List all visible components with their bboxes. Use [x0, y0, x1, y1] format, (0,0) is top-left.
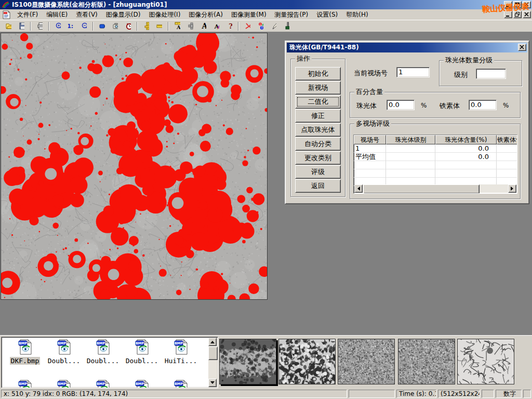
scroll-right-icon[interactable]	[508, 184, 516, 193]
menu-item-8[interactable]: 设置(S)	[312, 10, 342, 19]
minimize-button[interactable]	[504, 1, 512, 8]
operate-button-8[interactable]: 返回	[295, 179, 341, 193]
vscroll-thumb[interactable]	[208, 347, 218, 360]
file-item-Doubl---[interactable]: BMPDoubl...	[45, 339, 83, 365]
operate-button-6[interactable]: 更改类别	[295, 151, 341, 165]
file-item-HuiTi---[interactable]: BMPHuiTi...	[162, 339, 200, 365]
multi-field-table[interactable]: 视场号珠光体级别珠光体含量(%)铁素体含量(%) 10.0平均值0.0	[353, 135, 517, 194]
file-list-vscrollbar[interactable]	[208, 338, 217, 387]
help-icon[interactable]: ?	[223, 21, 236, 32]
file-item-clipped[interactable]: BMP	[84, 380, 122, 388]
table-column-header-3[interactable]: 铁素体含量(%)	[497, 135, 517, 144]
file-item-Doubl---[interactable]: BMPDoubl...	[84, 339, 122, 365]
zoom-in-icon[interactable]	[51, 21, 64, 32]
scroll-down-icon[interactable]	[208, 379, 217, 387]
zoom-out-icon[interactable]	[77, 21, 90, 32]
table-hscrollbar[interactable]	[354, 184, 516, 193]
percent-group-label: 百分含量	[354, 88, 384, 96]
operate-button-1[interactable]: 新视场	[295, 81, 341, 95]
file-name[interactable]: Doubl...	[47, 357, 82, 365]
menu-item-0[interactable]: 文件(F)	[13, 10, 42, 19]
table-row[interactable]: 10.0	[354, 144, 517, 153]
menu-item-7[interactable]: 测量报告(P)	[271, 10, 313, 19]
menu-item-1[interactable]: 编辑(E)	[42, 10, 72, 19]
open-icon[interactable]	[2, 21, 15, 32]
operate-button-2[interactable]: 二值化	[295, 95, 341, 109]
file-list[interactable]: BMPDKF.bmpBMPDoubl...BMPDoubl...BMPDoubl…	[1, 337, 218, 388]
curve-tool-icon[interactable]	[241, 21, 254, 32]
timer-icon[interactable]	[122, 21, 135, 32]
table-row[interactable]	[354, 169, 517, 178]
file-name[interactable]: Doubl...	[125, 357, 159, 365]
file-item-clipped[interactable]: BMP	[123, 380, 161, 388]
file-item-clipped[interactable]: BMP	[6, 380, 44, 388]
file-name[interactable]: Doubl...	[86, 357, 121, 365]
file-item-DKF-bmp[interactable]: BMPDKF.bmp	[6, 339, 44, 365]
operate-button-3[interactable]: 修正	[295, 109, 341, 123]
file-item-Doubl---[interactable]: BMPDoubl...	[123, 339, 161, 365]
scroll-left-icon[interactable]	[354, 184, 363, 193]
table-column-header-0[interactable]: 视场号	[354, 135, 386, 144]
microstructure-image[interactable]	[1, 33, 268, 300]
menu-item-9[interactable]: 帮助(H)	[342, 10, 372, 19]
operate-button-5[interactable]: 自动分类	[295, 137, 341, 151]
menu-item-2[interactable]: 查看(V)	[72, 10, 102, 19]
text-icon[interactable]: A	[197, 21, 210, 32]
dialog-title-bar[interactable]: 珠光体(GB/T9441-88)	[287, 43, 527, 52]
caliper-icon[interactable]	[140, 21, 153, 32]
thumbnail-3[interactable]	[338, 339, 395, 384]
maximize-button[interactable]	[513, 1, 522, 8]
edit-text-icon[interactable]: A	[210, 21, 223, 32]
scroll-up-icon[interactable]	[208, 338, 217, 346]
table-cell	[435, 169, 497, 178]
table-row[interactable]	[354, 161, 517, 169]
child-close-button[interactable]	[523, 11, 531, 18]
measure-text-icon[interactable]: A	[171, 21, 184, 32]
thumbnail-1[interactable]	[219, 339, 276, 384]
thumbnail-5[interactable]	[457, 339, 514, 384]
table-cell	[497, 161, 517, 169]
save-icon[interactable]	[15, 21, 28, 32]
classify-icon[interactable]: 123	[254, 21, 267, 32]
current-field-input[interactable]: 1	[396, 67, 430, 77]
table-row[interactable]: 平均值0.0	[354, 153, 517, 161]
thumbnail-2[interactable]	[278, 339, 336, 384]
file-name[interactable]: HuiTi...	[164, 357, 198, 365]
table-column-header-2[interactable]: 珠光体含量(%)	[435, 135, 497, 144]
menu-item-4[interactable]: 图像处理(I)	[144, 10, 184, 19]
menu-item-6[interactable]: 图像测量(M)	[227, 10, 271, 19]
menu-item-3[interactable]: 图像显示(D)	[102, 10, 145, 19]
close-button[interactable]	[523, 1, 531, 8]
level-input[interactable]	[476, 69, 506, 79]
operate-button-4[interactable]: 点取珠光体	[295, 123, 341, 137]
pen-icon[interactable]	[267, 21, 280, 32]
file-name[interactable]: DKF.bmp	[10, 357, 41, 365]
child-minimize-button[interactable]	[504, 11, 512, 18]
print-icon[interactable]	[33, 21, 46, 32]
dialog-close-icon[interactable]	[518, 44, 526, 51]
hscroll-thumb[interactable]	[363, 184, 480, 194]
toolbar: 1:1AAA?123	[0, 20, 532, 32]
dialog-title: 珠光体(GB/T9441-88)	[289, 43, 359, 52]
table-column-header-1[interactable]: 珠光体级别	[386, 135, 435, 144]
window-title: IS100显微摄像系统(金相分析版) - [zhuguangti01]	[12, 1, 167, 9]
camera-icon[interactable]	[109, 21, 122, 32]
file-item-clipped[interactable]: BMP	[162, 380, 200, 388]
operate-button-0[interactable]: 初始化	[295, 67, 341, 81]
grid-icon[interactable]	[184, 21, 197, 32]
pearlite-input[interactable]: 0.0	[387, 100, 415, 110]
ferrite-input[interactable]: 0.0	[469, 100, 497, 110]
ruler-icon[interactable]	[153, 21, 166, 32]
video-camera-icon[interactable]	[96, 21, 109, 32]
actual-size-icon[interactable]: 1:1	[64, 21, 77, 32]
child-restore-button[interactable]	[513, 11, 522, 18]
pearlite-label: 珠光体	[356, 101, 377, 111]
file-item-clipped[interactable]: BMP	[45, 380, 83, 388]
brush-icon[interactable]	[280, 21, 293, 32]
thumbnail-4[interactable]	[398, 339, 455, 384]
operate-button-7[interactable]: 评级	[295, 165, 341, 179]
status-empty-1	[349, 390, 395, 398]
svg-text:?: ?	[229, 22, 232, 30]
table-body: 10.0平均值0.0	[354, 144, 517, 186]
menu-item-5[interactable]: 图像分析(A)	[184, 10, 227, 19]
